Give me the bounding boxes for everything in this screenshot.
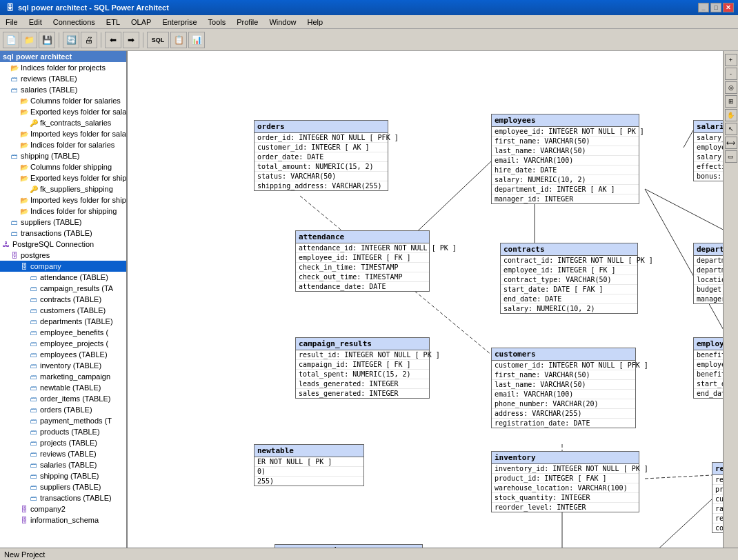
chart-button[interactable]: 📊	[188, 32, 205, 48]
maximize-button[interactable]: □	[710, 3, 721, 12]
menu-connections[interactable]: Connections	[48, 15, 101, 28]
menu-enterprise[interactable]: Enterprise	[157, 15, 202, 28]
toolbar: 📄 📁 💾 🔄 🖨 ⬅ ➡ SQL 📋 📊	[0, 29, 738, 51]
sidebar-item-order-items[interactable]: 🗃 order_items (TABLE)	[0, 393, 126, 404]
table-icon: 🗃	[29, 306, 39, 315]
table-employees[interactable]: employees employee_id: INTEGER NOT NULL …	[491, 114, 639, 204]
table-row: customer_id: INTEGER [ AK ]	[255, 143, 388, 152]
sidebar-item-information-schema[interactable]: 🗄 information_schema	[0, 514, 126, 526]
sidebar-item-projects[interactable]: 🗃 projects (TABLE)	[0, 437, 126, 448]
table-newtable[interactable]: newtable ER NOT NULL [ PK ] 0) 255)	[254, 444, 364, 486]
sidebar-item-inventory[interactable]: 🗃 inventory (TABLE)	[0, 360, 126, 371]
sidebar-item-contracts[interactable]: 🗃 contracts (TABLE)	[0, 294, 126, 305]
sidebar-item-shipping-db[interactable]: 🗃 shipping (TABLE)	[0, 470, 126, 481]
sidebar-item-salaries[interactable]: 🗃 salaries (TABLE)	[0, 84, 126, 95]
sidebar-item-shipping[interactable]: 🗃 shipping (TABLE)	[0, 150, 126, 161]
table-icon: 🗃	[10, 74, 19, 83]
sidebar-item-imported-keys-shipping[interactable]: 📂 Imported keys folder for ship	[0, 194, 126, 206]
sidebar-item-transactions-db[interactable]: 🗃 transactions (TABLE)	[0, 492, 126, 503]
sidebar-item-exported-keys-shipping[interactable]: 📂 Exported keys folder for ship	[0, 172, 126, 183]
sidebar-item-indices-shipping[interactable]: 📂 Indices folder for shipping	[0, 206, 126, 217]
sidebar-item-suppliers[interactable]: 🗃 suppliers (TABLE)	[0, 217, 126, 228]
sql-button[interactable]: SQL	[147, 32, 169, 48]
sidebar-item-fk-suppliers[interactable]: 🔑 fk_suppliers_shipping	[0, 183, 126, 194]
sidebar-item-company2[interactable]: 🗄 company2	[0, 503, 126, 514]
menu-olap[interactable]: OLAP	[126, 15, 157, 28]
sidebar-item-company[interactable]: 🗄 company	[0, 261, 126, 272]
sidebar-item-payment-methods[interactable]: 🗃 payment_methods (T	[0, 415, 126, 426]
sidebar-item-marketing[interactable]: 🗃 marketing_campaign	[0, 371, 126, 382]
table-row: address: VARCHAR(255)	[492, 409, 635, 419]
table-customers[interactable]: customers customer_id: INTEGER NOT NULL …	[491, 348, 636, 428]
hand-tool-button[interactable]: ✋	[725, 109, 737, 121]
zoom-out-button[interactable]: -	[725, 68, 737, 80]
minimize-button[interactable]: _	[698, 3, 709, 12]
table-contracts[interactable]: contracts contract_id: INTEGER NOT NULL …	[500, 243, 638, 314]
diagram-canvas[interactable]: employees employee_id: INTEGER NOT NULL …	[128, 51, 738, 548]
table-row: inventory_id: INTEGER NOT NULL [ PK ]	[492, 464, 639, 474]
menubar: File Edit Connections ETL OLAP Enterpris…	[0, 15, 738, 29]
new-button[interactable]: 📄	[3, 32, 19, 48]
menu-window[interactable]: Window	[263, 15, 301, 28]
menu-tools[interactable]: Tools	[203, 15, 232, 28]
table-orders[interactable]: orders order_id: INTEGER NOT NULL [ PFK …	[254, 120, 388, 191]
right-panel: + - ◎ ⊞ ✋ ↖ ⟷ ▭	[723, 51, 738, 548]
sidebar-item-employee-projects[interactable]: 🗃 employee_projects (	[0, 338, 126, 349]
fit-button[interactable]: ⊞	[725, 95, 737, 108]
sidebar-item-imported-keys-salaries[interactable]: 📂 Imported keys folder for sala	[0, 128, 126, 139]
table-inventory[interactable]: inventory inventory_id: INTEGER NOT NULL…	[491, 451, 639, 512]
sidebar-item-columns-shipping[interactable]: 📂 Columns folder shipping	[0, 161, 126, 172]
sidebar-item-employee-benefits[interactable]: 🗃 employee_benefits (	[0, 327, 126, 338]
sidebar-item-customers[interactable]: 🗃 customers (TABLE)	[0, 305, 126, 316]
back-button[interactable]: ⬅	[105, 32, 121, 48]
sidebar-item-fk-contracts[interactable]: 🔑 fk_contracts_salaries	[0, 117, 126, 128]
table-row: ER NOT NULL [ PK ]	[255, 457, 363, 467]
table-employee-projects[interactable]: employee_projects employee_id: INTEGER N…	[275, 544, 423, 548]
sidebar-item-orders[interactable]: 🗃 orders (TABLE)	[0, 404, 126, 415]
sidebar-item-exported-keys-salaries[interactable]: 📂 Exported keys folder for sala	[0, 106, 126, 117]
sidebar-item-columns-salaries[interactable]: 📂 Columns folder for salaries	[0, 95, 126, 106]
menu-profile[interactable]: Profile	[231, 15, 263, 28]
sidebar-item-reviews-db[interactable]: 🗃 reviews (TABLE)	[0, 448, 126, 459]
relation-button[interactable]: ⟷	[725, 137, 737, 149]
table-button[interactable]: ▭	[725, 150, 737, 163]
sidebar-item-indices-projects[interactable]: 📂 Indices folder for projects	[0, 62, 126, 73]
folder-icon: 📂	[19, 195, 29, 205]
sidebar-item-salaries-db[interactable]: 🗃 salaries (TABLE)	[0, 459, 126, 470]
table-campaign-results[interactable]: campaign_results result_id: INTEGER NOT …	[295, 337, 430, 399]
sidebar-item-reviews[interactable]: 🗃 reviews (TABLE)	[0, 73, 126, 84]
table-icon: 🗃	[29, 294, 39, 304]
close-button[interactable]: ✕	[723, 3, 734, 12]
table-row: status: VARCHAR(50)	[255, 172, 388, 181]
table-employees-header: employees	[492, 114, 639, 127]
svg-line-9	[645, 499, 712, 548]
menu-etl[interactable]: ETL	[101, 15, 126, 28]
sidebar-item-postgres[interactable]: 🗄 postgres	[0, 250, 126, 261]
sidebar-item-suppliers-db[interactable]: 🗃 suppliers (TABLE)	[0, 481, 126, 492]
table-attendance[interactable]: attendance attendance_id: INTEGER NOT NU…	[295, 230, 430, 292]
zoom-in-button[interactable]: +	[725, 54, 737, 66]
save-button[interactable]: 💾	[39, 32, 55, 48]
folder-icon: 📂	[19, 96, 29, 106]
menu-file[interactable]: File	[0, 15, 23, 28]
sidebar-item-attendance[interactable]: 🗃 attendance (TABLE)	[0, 272, 126, 283]
window-controls[interactable]: _ □ ✕	[698, 3, 734, 12]
sidebar-item-departments[interactable]: 🗃 departments (TABLE)	[0, 316, 126, 327]
table-row: total_spent: NUMERIC(15, 2)	[296, 370, 429, 379]
menu-edit[interactable]: Edit	[23, 15, 48, 28]
sidebar-item-campaign-results[interactable]: 🗃 campaign_results (TA	[0, 283, 126, 294]
sidebar-item-indices-salaries[interactable]: 📂 Indices folder for salaries	[0, 139, 126, 150]
sidebar-item-employees[interactable]: 🗃 employees (TABLE)	[0, 349, 126, 360]
refresh-button[interactable]: 🔄	[63, 32, 79, 48]
sidebar-item-products[interactable]: 🗃 products (TABLE)	[0, 426, 126, 437]
sidebar-item-newtable[interactable]: 🗃 newtable (TABLE)	[0, 382, 126, 393]
forward-button[interactable]: ➡	[123, 32, 139, 48]
zoom-reset-button[interactable]: ◎	[725, 81, 737, 94]
select-tool-button[interactable]: ↖	[725, 123, 737, 135]
menu-help[interactable]: Help	[302, 15, 329, 28]
compare-button[interactable]: 📋	[170, 32, 187, 48]
print-button[interactable]: 🖨	[81, 32, 97, 48]
sidebar-item-postgresql[interactable]: 🖧 PostgreSQL Connection	[0, 239, 126, 250]
sidebar-item-transactions[interactable]: 🗃 transactions (TABLE)	[0, 228, 126, 239]
open-button[interactable]: 📁	[21, 32, 37, 48]
